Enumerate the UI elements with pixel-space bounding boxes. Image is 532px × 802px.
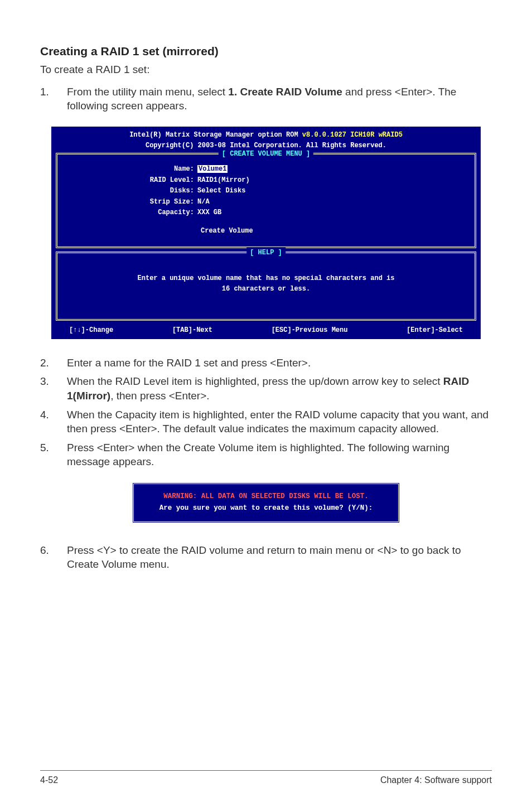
step-5: 5. Press <Enter> when the Create Volume …: [40, 441, 492, 469]
step-pre: When the RAID Level item is highlighted,…: [67, 375, 443, 387]
create-volume-action[interactable]: Create Volume: [201, 226, 466, 236]
disks-value[interactable]: Select Disks: [197, 186, 466, 196]
step-text: When the RAID Level item is highlighted,…: [67, 374, 492, 403]
bios-title-1a: Intel(R) Matrix Storage Manager option R…: [129, 131, 302, 139]
raid-label: RAID Level:: [66, 175, 197, 186]
bios-footer: [↑↓]-Change [TAB]-Next [ESC]-Previous Me…: [56, 324, 476, 338]
help-line-2: 16 characters or less.: [66, 284, 466, 294]
step-number: 3.: [40, 374, 67, 403]
step-bold: 1. Create RAID Volume: [228, 86, 342, 98]
step-2: 2. Enter a name for the RAID 1 set and p…: [40, 356, 492, 370]
step-pre: From the utility main menu, select: [67, 86, 228, 98]
chapter-label: Chapter 4: Software support: [380, 775, 492, 785]
step-text: From the utility main menu, select 1. Cr…: [67, 85, 492, 113]
steps-list-c: 6. Press <Y> to create the RAID volume a…: [40, 543, 492, 572]
step-number: 2.: [40, 356, 67, 370]
confirm-text[interactable]: Are you sure you want to create this vol…: [139, 503, 393, 514]
strip-value: N/A: [197, 197, 466, 207]
footer-enter: [Enter]-Select: [407, 325, 463, 336]
bios-header: Intel(R) Matrix Storage Manager option R…: [56, 130, 476, 151]
cap-value[interactable]: XXX GB: [197, 207, 466, 218]
step-text: When the Capacity item is highlighted, e…: [67, 408, 492, 436]
step-6: 6. Press <Y> to create the RAID volume a…: [40, 543, 492, 572]
footer-tab: [TAB]-Next: [172, 325, 212, 336]
step-3: 3. When the RAID Level item is highlight…: [40, 374, 492, 403]
warning-text: WARNING: ALL DATA ON SELECTED DISKS WILL…: [139, 491, 393, 503]
footer-change: [↑↓]-Change: [69, 325, 113, 336]
page-footer: 4-52 Chapter 4: Software support: [40, 775, 492, 785]
disks-label: Disks:: [66, 186, 197, 196]
step-number: 4.: [40, 408, 67, 436]
bios-screen: Intel(R) Matrix Storage Manager option R…: [51, 127, 481, 339]
help-title: [ HELP ]: [246, 248, 286, 258]
cap-label: Capacity:: [66, 207, 197, 218]
warning-dialog: WARNING: ALL DATA ON SELECTED DISKS WILL…: [132, 482, 400, 523]
name-value[interactable]: Volume1: [197, 165, 228, 173]
step-post: , then press <Enter>.: [110, 390, 209, 402]
create-menu-title: [ CREATE VOLUME MENU ]: [219, 149, 313, 160]
footer-esc: [ESC]-Previous Menu: [272, 325, 348, 336]
step-4: 4. When the Capacity item is highlighted…: [40, 408, 492, 436]
page-number: 4-52: [40, 775, 58, 785]
create-volume-frame: [ CREATE VOLUME MENU ] Name: Volume1 RAI…: [56, 153, 476, 248]
steps-list-a: 1. From the utility main menu, select 1.…: [40, 85, 492, 113]
help-frame: [ HELP ] Enter a unique volume name that…: [56, 252, 476, 321]
name-label: Name:: [66, 164, 197, 175]
step-text: Press <Y> to create the RAID volume and …: [67, 543, 492, 572]
help-line-1: Enter a unique volume name that has no s…: [66, 273, 466, 284]
step-text: Press <Enter> when the Create Volume ite…: [67, 441, 492, 469]
raid-value[interactable]: RAID1(Mirror): [197, 175, 466, 186]
footer-divider: [40, 770, 492, 771]
strip-label: Strip Size:: [66, 197, 197, 207]
step-1: 1. From the utility main menu, select 1.…: [40, 85, 492, 113]
section-heading: Creating a RAID 1 set (mirrored): [40, 45, 492, 58]
step-number: 1.: [40, 85, 67, 113]
step-number: 5.: [40, 441, 67, 469]
step-text: Enter a name for the RAID 1 set and pres…: [67, 356, 492, 370]
bios-title-1b: v8.0.0.1027 ICH10R wRAID5: [302, 131, 403, 139]
steps-list-b: 2. Enter a name for the RAID 1 set and p…: [40, 356, 492, 469]
intro-text: To create a RAID 1 set:: [40, 62, 492, 77]
step-number: 6.: [40, 543, 67, 572]
